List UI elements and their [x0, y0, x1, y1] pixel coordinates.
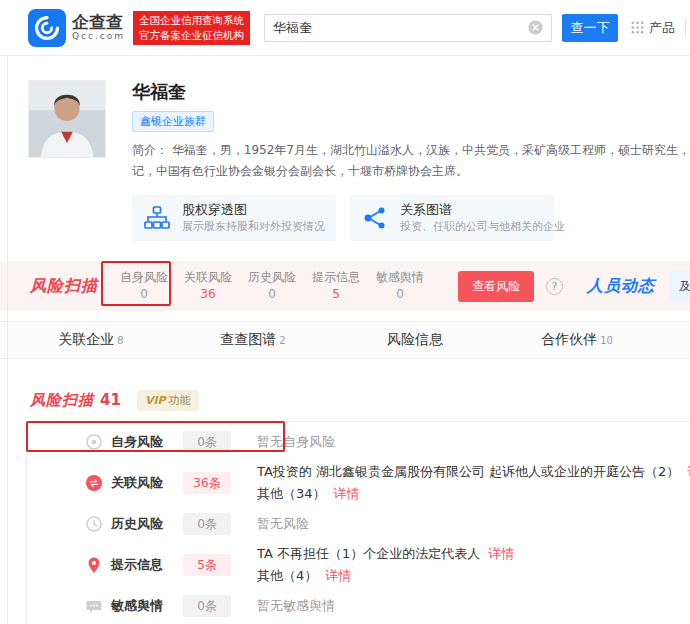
risk-tab[interactable]: 自身风险 0: [112, 269, 176, 303]
section-tab[interactable]: 查查图谱2: [172, 331, 334, 349]
risk-scan-bar: 风险扫描 自身风险 0 关联风险 36 历史风险 0 提示信息 5 敏感舆情 0…: [0, 261, 690, 311]
risk-row-count-badge: 5条: [183, 554, 231, 576]
risk-row-text: 其他（4）: [257, 568, 317, 583]
risk-row-line: 暂无敏感舆情: [257, 595, 335, 617]
chat-icon: [85, 597, 103, 615]
detail-link[interactable]: 详情: [488, 546, 514, 561]
risk-tab-count: 5: [304, 286, 368, 303]
enterprise-group-tag[interactable]: 鑫银企业族群: [132, 111, 214, 132]
risk-tab[interactable]: 历史风险 0: [240, 269, 304, 303]
risk-row-count-badge: 0条: [183, 595, 231, 617]
intro-line-1: 简介： 华福奎，男，1952年7月生，湖北竹山溢水人，汉族，中共党员，采矿高级工…: [132, 140, 690, 161]
section-tab[interactable]: 风险信息: [334, 331, 496, 349]
risk-row-label: 关联风险: [111, 474, 183, 492]
risk-tab[interactable]: 关联风险 36: [176, 269, 240, 303]
vip-badge: VIP功能: [137, 390, 199, 411]
risk-row-line: 暂无风险: [257, 513, 309, 535]
pin-icon: [85, 556, 103, 574]
risk-row-text: 暂无自身风险: [257, 434, 335, 449]
section-tab-count: 10: [600, 335, 613, 346]
graph-card-desc: 投资、任职的公司与他相关的企业: [400, 219, 565, 235]
credit-system-badge: 全国企业信用查询系统 官方备案企业征信机构: [133, 11, 250, 45]
vip-badge-label: 功能: [169, 394, 191, 407]
view-risk-button[interactable]: 查看风险: [458, 271, 534, 302]
equity-penetration-card[interactable]: 股权穿透图 展示股东持股和对外投资情况: [132, 195, 336, 241]
header: 企查查 Qcc.com 全国企业信用查询系统 官方备案企业征信机构 查一下: [0, 0, 690, 56]
risk-row-count-badge: 0条: [183, 513, 231, 535]
badge-line1: 全国企业信用查询系统: [139, 13, 244, 28]
equity-card-desc: 展示股东持股和对外投资情况: [182, 219, 325, 235]
detail-link[interactable]: 详情: [325, 568, 351, 583]
search-button[interactable]: 查一下: [562, 14, 618, 42]
section-tab-bar: 关联企业8 查查图谱2 风险信息 合作伙伴10: [0, 321, 690, 359]
risk-row-content: TA 不再担任（1）个企业的法定代表人详情 其他（4）详情: [257, 543, 514, 587]
risk-tab-count: 0: [240, 286, 304, 303]
section-tab-count: 8: [117, 335, 123, 346]
risk-tab[interactable]: 提示信息 5: [304, 269, 368, 303]
detail-link[interactable]: 详情: [334, 486, 360, 501]
graph-card-title: 关系图谱: [400, 201, 565, 220]
person-name: 华福奎: [132, 80, 690, 104]
section-tab-label: 关联企业: [58, 331, 114, 347]
qcc-logo-icon: [28, 9, 66, 47]
graph-icon: [362, 206, 388, 230]
risk-row-line: TA 不再担任（1）个企业的法定代表人详情: [257, 543, 514, 565]
risk-tab-label: 历史风险: [240, 269, 304, 286]
risk-row-content: TA投资的 湖北鑫银贵金属股份有限公司 起诉他人或企业的开庭公告（2）详情 其他…: [257, 461, 690, 505]
avatar: [28, 80, 106, 158]
risk-section-header: 风险扫描 41 VIP功能: [30, 389, 690, 411]
link-circle-icon: [85, 474, 103, 492]
grid-icon: [631, 21, 644, 34]
equity-card-title: 股权穿透图: [182, 201, 325, 220]
section-tab[interactable]: 合作伙伴10: [496, 331, 658, 349]
intro-line-2: 记，中国有色行业协会金银分会副会长，十堰市桥牌协会主席。: [132, 161, 690, 182]
page: 企查查 Qcc.com 全国企业信用查询系统 官方备案企业征信机构 查一下: [0, 0, 690, 624]
clear-search-icon[interactable]: [528, 20, 543, 35]
relationship-graph-card[interactable]: 关系图谱 投资、任职的公司与他相关的企业: [350, 195, 554, 241]
risk-row-line: TA投资的 湖北鑫银贵金属股份有限公司 起诉他人或企业的开庭公告（2）详情: [257, 461, 690, 483]
risk-tab[interactable]: 敏感舆情 0: [368, 269, 432, 303]
qcc-logo-name: 企查查: [72, 13, 125, 32]
risk-row-line: 暂无自身风险: [257, 431, 335, 453]
help-icon[interactable]: ?: [546, 278, 563, 295]
section-tab-label: 风险信息: [387, 331, 443, 347]
badge-line2: 官方备案企业征信机构: [139, 28, 244, 43]
timely-check-pill[interactable]: 及时查: [669, 271, 690, 302]
risk-tab-label: 敏感舆情: [368, 269, 432, 286]
vip-badge-prefix: VIP: [145, 394, 166, 407]
risk-row-count-badge: 36条: [183, 472, 231, 494]
risk-row: 提示信息 5条 TA 不再担任（1）个企业的法定代表人详情 其他（4）详情: [27, 539, 690, 591]
risk-tab-label: 关联风险: [176, 269, 240, 286]
products-menu[interactable]: 产品: [631, 18, 686, 38]
search-box[interactable]: [264, 14, 552, 42]
risk-row-label: 提示信息: [111, 556, 183, 574]
qcc-logo-sub: Qcc.com: [72, 32, 125, 42]
profile-section: 华福奎 鑫银企业族群 简介： 华福奎，男，1952年7月生，湖北竹山溢水人，汉族…: [0, 56, 690, 241]
risk-row-text: TA投资的 湖北鑫银贵金属股份有限公司 起诉他人或企业的开庭公告（2）: [257, 464, 679, 479]
risk-scan-logo: 风险扫描: [30, 276, 98, 297]
risk-row-label: 自身风险: [111, 433, 183, 451]
risk-row-text: TA 不再担任（1）个企业的法定代表人: [257, 546, 480, 561]
risk-tab-count: 0: [368, 286, 432, 303]
risk-row: 历史风险 0条 暂无风险: [27, 509, 690, 539]
section-tab-label: 查查图谱: [220, 331, 276, 347]
section-tab-label: 合作伙伴: [541, 331, 597, 347]
risk-row-text: 其他（34）: [257, 486, 326, 501]
search-input[interactable]: [273, 20, 528, 35]
risk-row-count-badge: 0条: [183, 431, 231, 453]
qcc-logo[interactable]: 企查查 Qcc.com: [28, 9, 125, 47]
risk-row-line: 其他（4）详情: [257, 565, 514, 587]
products-label: 产品: [649, 19, 675, 37]
staff-dynamics-logo[interactable]: 人员动态: [587, 276, 655, 297]
risk-row-content: 暂无风险: [257, 513, 309, 535]
risk-row-content: 暂无敏感舆情: [257, 595, 335, 617]
risk-tab-count: 36: [176, 286, 240, 303]
risk-row: 关联风险 36条 TA投资的 湖北鑫银贵金属股份有限公司 起诉他人或企业的开庭公…: [27, 457, 690, 509]
risk-list: 自身风险 0条 暂无自身风险 关联风险 36条 TA投资的 湖北鑫银贵金属股份有…: [26, 421, 690, 624]
risk-tab-count: 0: [112, 286, 176, 303]
section-tab[interactable]: 关联企业8: [10, 331, 172, 349]
risk-section-title: 风险扫描: [30, 391, 94, 410]
section-tab-count: 2: [279, 335, 285, 346]
risk-row: 敏感舆情 0条 暂无敏感舆情: [27, 591, 690, 621]
risk-section-count: 41: [100, 391, 121, 409]
